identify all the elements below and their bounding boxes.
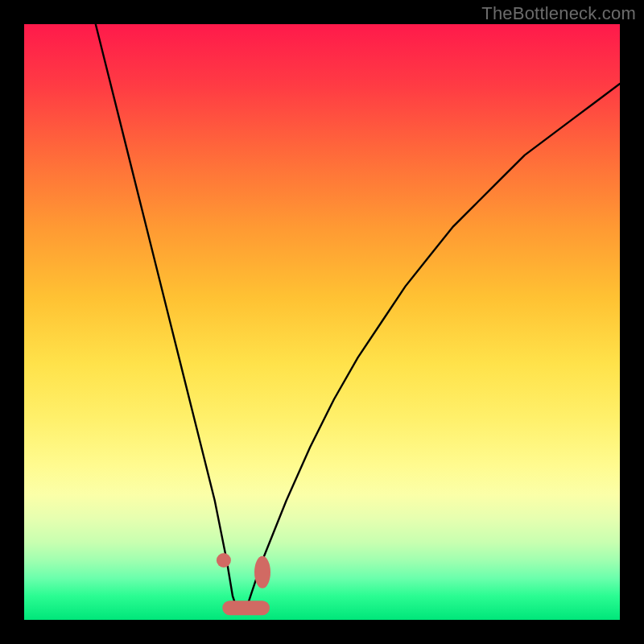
right-blob-marker: [254, 556, 270, 588]
attribution-text: TheBottleneck.com: [481, 3, 636, 24]
left-dot-marker: [217, 553, 231, 568]
plot-svg: [24, 24, 620, 620]
bottleneck-curve: [96, 24, 620, 614]
frame: TheBottleneck.com: [0, 0, 644, 644]
